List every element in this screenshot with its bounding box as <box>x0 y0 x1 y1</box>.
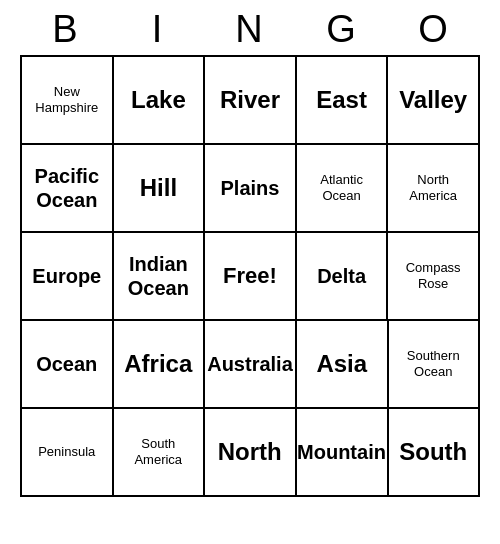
letter-o: O <box>388 8 480 51</box>
bingo-row-2: EuropeIndian OceanFree!DeltaCompass Rose <box>22 233 480 321</box>
bingo-cell-0-2: River <box>205 57 297 145</box>
bingo-row-1: Pacific OceanHillPlainsAtlantic OceanNor… <box>22 145 480 233</box>
bingo-cell-2-4: Compass Rose <box>388 233 480 321</box>
bingo-cell-0-4: Valley <box>388 57 480 145</box>
bingo-cell-1-2: Plains <box>205 145 297 233</box>
bingo-row-0: New HampshireLakeRiverEastValley <box>22 57 480 145</box>
bingo-cell-3-4: Southern Ocean <box>389 321 481 409</box>
letter-i: I <box>112 8 204 51</box>
bingo-cell-0-3: East <box>297 57 389 145</box>
bingo-cell-4-1: South America <box>114 409 206 497</box>
bingo-cell-3-1: Africa <box>114 321 206 409</box>
letter-b: B <box>20 8 112 51</box>
letter-n: N <box>204 8 296 51</box>
bingo-cell-1-0: Pacific Ocean <box>22 145 114 233</box>
bingo-cell-4-4: South <box>389 409 481 497</box>
bingo-cell-3-0: Ocean <box>22 321 114 409</box>
bingo-cell-1-4: North America <box>388 145 480 233</box>
bingo-cell-2-0: Europe <box>22 233 114 321</box>
bingo-header: B I N G O <box>20 0 480 55</box>
bingo-cell-4-3: Mountain <box>297 409 389 497</box>
bingo-cell-0-1: Lake <box>114 57 206 145</box>
bingo-row-4: PeninsulaSouth AmericaNorthMountainSouth <box>22 409 480 497</box>
bingo-cell-2-1: Indian Ocean <box>114 233 206 321</box>
bingo-grid: New HampshireLakeRiverEastValleyPacific … <box>20 55 480 497</box>
bingo-cell-1-3: Atlantic Ocean <box>297 145 389 233</box>
bingo-cell-2-2: Free! <box>205 233 297 321</box>
bingo-cell-1-1: Hill <box>114 145 206 233</box>
bingo-row-3: OceanAfricaAustraliaAsiaSouthern Ocean <box>22 321 480 409</box>
bingo-cell-4-0: Peninsula <box>22 409 114 497</box>
bingo-cell-3-3: Asia <box>297 321 389 409</box>
bingo-cell-0-0: New Hampshire <box>22 57 114 145</box>
bingo-cell-2-3: Delta <box>297 233 389 321</box>
letter-g: G <box>296 8 388 51</box>
bingo-cell-4-2: North <box>205 409 297 497</box>
bingo-cell-3-2: Australia <box>205 321 297 409</box>
